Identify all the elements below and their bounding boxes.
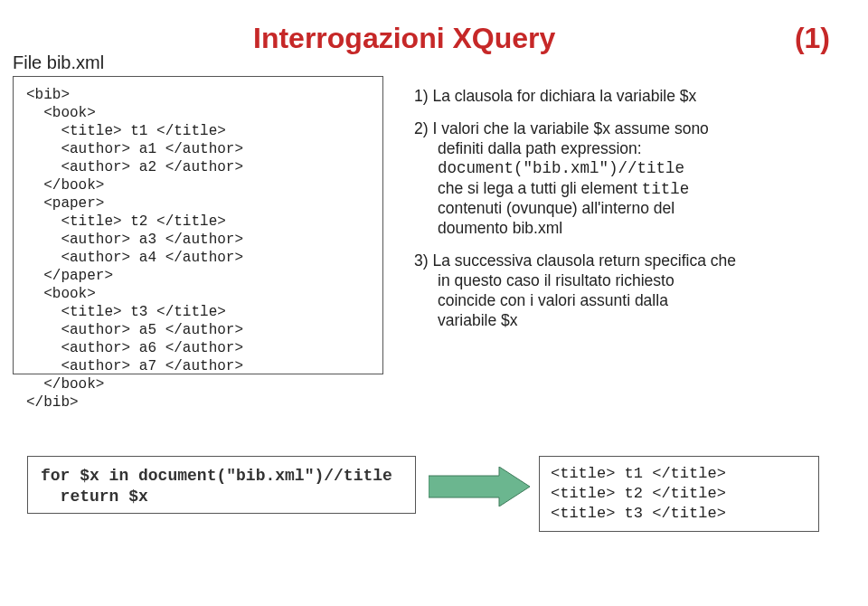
file-label: File bib.xml (13, 52, 104, 73)
explain-3-line3: coincide con i valori assunti dalla (414, 291, 837, 311)
xml-source-box: <bib> <book> <title> t1 </title> <author… (13, 76, 383, 374)
explain-2-line4a: che si lega a tutti gli element (438, 179, 642, 197)
explain-2-line4b: title (642, 180, 690, 198)
svg-marker-0 (429, 467, 530, 507)
slide-title: Interrogazioni XQuery (253, 22, 555, 55)
slide-number: (1) (795, 22, 830, 55)
header-row: File bib.xml Interrogazioni XQuery (1) (0, 16, 868, 52)
arrow-icon (429, 467, 530, 507)
explain-point-3: 3) La successiva clausola return specifi… (414, 251, 837, 331)
explain-point-1: 1) La clausola for dichiara la variabile… (414, 87, 837, 107)
explain-2-line2: definiti dalla path expression: (414, 139, 837, 159)
explain-2-code: document("bib.xml")//title (414, 159, 837, 179)
explain-3-line4: variabile $x (414, 311, 837, 331)
explanation-block: 1) La clausola for dichiara la variabile… (414, 87, 837, 331)
explain-2-line1: 2) I valori che la variabile $x assume s… (414, 119, 837, 139)
explain-2-line5: contenuti (ovunque) all'interno del (414, 199, 837, 219)
explain-2-line4: che si lega a tutti gli element title (414, 179, 837, 200)
explain-point-2: 2) I valori che la variabile $x assume s… (414, 119, 837, 239)
explain-3-line1: 3) La successiva clausola return specifi… (414, 251, 837, 271)
explain-2-line6: doumento bib.xml (414, 219, 837, 239)
explain-3-line2: in questo caso il risultato richiesto (414, 271, 837, 291)
query-box: for $x in document("bib.xml")//title ret… (27, 456, 416, 514)
result-box: <title> t1 </title> <title> t2 </title> … (539, 456, 819, 532)
